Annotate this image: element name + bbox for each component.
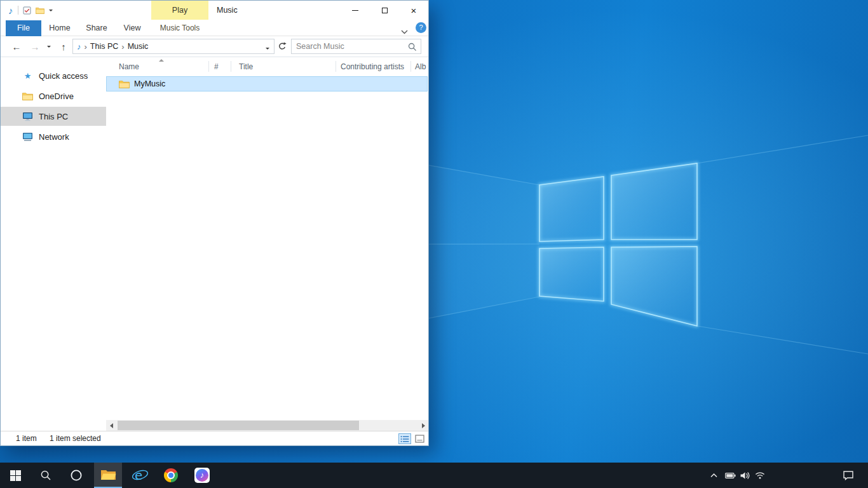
location-music-icon: ♪ [77,42,81,51]
window-music-icon: ♪ [8,6,13,15]
recent-locations-chevron-icon[interactable] [44,36,54,57]
internet-explorer-icon: e [132,468,149,483]
tab-home[interactable]: Home [45,20,74,36]
forward-button[interactable]: → [27,36,43,57]
taskbar-itunes-button[interactable]: ♪ [188,463,216,488]
chevron-up-icon [710,473,717,478]
search-input[interactable] [292,39,421,53]
maximize-button[interactable] [370,1,399,20]
taskbar-search-button[interactable] [32,463,60,488]
customize-qat-chevron-icon[interactable] [49,10,53,11]
search-icon [408,43,417,54]
search-box [291,39,421,54]
action-center-button[interactable] [834,463,863,488]
expand-ribbon-chevron-icon[interactable] [401,25,408,37]
title-bar: ♪ Play Music × [1,1,428,20]
windows-logo-icon [10,470,21,481]
minimize-icon [352,10,358,11]
cortana-button[interactable] [62,463,90,488]
cortana-circle-icon [70,469,83,482]
item-count: 1 item [16,431,37,445]
sidebar-item-this-pc[interactable]: This PC [1,107,106,126]
sidebar-label: OneDrive [39,92,74,101]
network-monitor-icon [22,132,33,142]
quick-access-star-icon: ★ [22,72,33,80]
new-folder-icon[interactable] [36,7,44,14]
window-title: Music [217,1,238,20]
tab-file[interactable]: File [6,20,41,36]
file-name: MyMusic [134,79,165,88]
breadcrumb-music[interactable]: Music [128,42,149,51]
file-explorer-window: ♪ Play Music × File Home Share [0,0,429,446]
quick-access-toolbar: ♪ [8,1,53,20]
back-button[interactable]: ← [7,36,26,57]
up-button[interactable]: ↑ [55,36,72,57]
column-artists[interactable]: Contributing artists [341,58,404,74]
file-list: Name # Title Contributing artists Alb My… [106,58,428,420]
scrollbar-thumb[interactable] [118,421,359,430]
sidebar-item-network[interactable]: Network [1,127,106,146]
column-name[interactable]: Name [119,58,139,74]
ribbon-tab-row: File Home Share View Music Tools ? [1,20,428,36]
status-bar: 1 item 1 item selected [1,431,428,445]
scroll-right-arrow-icon[interactable] [418,420,428,431]
column-divider [410,61,411,72]
navigation-pane: ★ Quick access OneDrive This PC Network [1,58,106,420]
svg-text:e: e [135,468,142,483]
column-number[interactable]: # [214,58,219,74]
onedrive-folder-icon [22,92,33,100]
search-icon [40,470,51,481]
column-headers: Name # Title Contributing artists Alb [106,58,428,74]
tab-share[interactable]: Share [82,20,111,36]
taskbar-chrome-button[interactable] [157,463,185,488]
tab-view[interactable]: View [118,20,147,36]
column-album[interactable]: Alb [415,58,426,74]
tab-play[interactable]: Play [151,1,208,20]
large-icons-view-button[interactable] [413,433,426,444]
sidebar-item-onedrive[interactable]: OneDrive [1,86,106,105]
battery-icon [725,472,736,479]
tray-show-hidden-icons-chevron[interactable] [705,463,722,488]
chrome-icon [164,468,178,482]
toolbar-separator [18,6,18,15]
breadcrumb-this-pc[interactable]: This PC [90,42,118,51]
breadcrumb-separator: › [85,42,87,51]
taskbar-internet-explorer-button[interactable]: e [126,463,154,488]
properties-icon[interactable] [23,6,31,15]
details-view-button[interactable] [398,433,411,444]
sidebar-item-quick-access[interactable]: ★ Quick access [1,66,106,85]
address-dropdown-chevron-icon[interactable] [266,41,269,52]
refresh-button[interactable] [276,39,288,54]
horizontal-scrollbar[interactable] [106,420,428,431]
start-button[interactable] [1,463,29,488]
wifi-icon [755,471,765,479]
this-pc-monitor-icon [22,112,33,121]
navigation-toolbar: ← → ↑ ♪ › This PC › Music [1,36,428,57]
tray-volume-button[interactable] [736,463,753,488]
address-bar[interactable]: ♪ › This PC › Music [72,39,275,54]
column-divider [208,61,209,72]
close-button[interactable]: × [399,1,428,20]
column-title[interactable]: Title [239,58,253,74]
itunes-icon: ♪ [194,468,210,483]
minimize-button[interactable] [341,1,370,20]
sidebar-label: This PC [39,112,68,121]
scroll-left-arrow-icon[interactable] [106,420,116,431]
taskbar-file-explorer-button[interactable] [94,463,122,488]
column-divider [336,61,336,72]
music-tools-group-label: Music Tools [151,20,208,36]
file-row-mymusic[interactable]: MyMusic [106,76,428,92]
action-center-icon [843,470,854,480]
speaker-icon [740,471,750,480]
maximize-icon [382,8,388,13]
breadcrumb-separator: › [121,42,124,51]
folder-icon [119,80,130,88]
selection-count: 1 item selected [50,431,101,445]
sidebar-label: Quick access [39,71,88,81]
tray-network-button[interactable] [752,463,768,488]
sidebar-label: Network [39,132,69,142]
help-button[interactable]: ? [416,22,426,33]
column-divider [231,61,231,72]
file-explorer-icon [100,468,116,481]
caption-buttons: × [341,1,428,20]
